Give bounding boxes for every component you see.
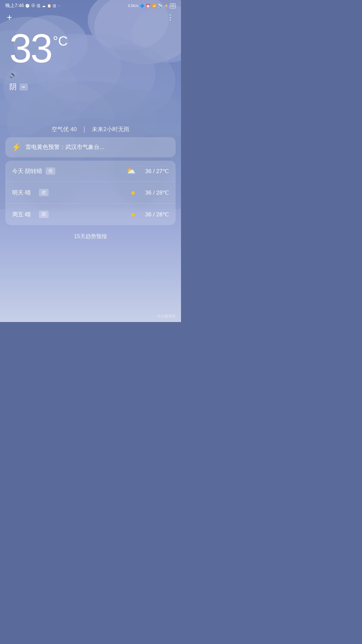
- add-location-button[interactable]: +: [7, 13, 12, 22]
- wifi-icon: 📡: [158, 4, 163, 8]
- forecast-temp-today: 36 / 27℃: [139, 168, 169, 175]
- dots-icon: ···: [58, 4, 61, 8]
- network-speed: 0.5K/s: [128, 4, 138, 8]
- forecast-day-tomorrow: 明天·晴: [12, 189, 36, 197]
- forecast-temp-friday: 36 / 28℃: [139, 211, 169, 218]
- signal-icon: 📶: [152, 4, 157, 8]
- status-left: 晚上7:46 🕐 ⦿ 值 ☁ 📋 值 ···: [5, 3, 61, 9]
- aqi-badge-tomorrow: 优: [39, 189, 49, 196]
- alert-text: 雷电黄色预警：武汉市气象台...: [25, 143, 104, 151]
- forecast-day-friday: 周五·晴: [12, 211, 36, 218]
- edit-location-button[interactable]: ✏: [19, 84, 28, 91]
- forecast-row-today[interactable]: 今天·阴转晴 优 ⛅ 36 / 27℃: [5, 161, 176, 182]
- forecast-day-today: 今天·阴转晴: [12, 167, 42, 175]
- forecast-right-friday: ● 36 / 28℃: [131, 210, 169, 219]
- forecast-card: 今天·阴转晴 优 ⛅ 36 / 27℃ 明天·晴 优 ● 36 / 28℃ 周五…: [5, 161, 176, 225]
- status-time: 晚上7:46: [5, 3, 24, 9]
- info-divider: |: [83, 125, 85, 133]
- cards-container: ⚡ 雷电黄色预警：武汉市气象台... 今天·阴转晴 优 ⛅ 36 / 27℃ 明…: [0, 133, 181, 229]
- more-options-button[interactable]: ⋮: [167, 13, 174, 22]
- app-icons: 📋 值: [47, 3, 56, 8]
- air-quality: 空气优 40: [52, 125, 77, 133]
- temperature-number: 33: [9, 28, 51, 68]
- forecast-row-tomorrow[interactable]: 明天·晴 优 ● 36 / 28℃: [5, 182, 176, 204]
- partly-cloudy-icon: ⛅: [126, 167, 135, 175]
- forecast-left-tomorrow: 明天·晴 优: [12, 189, 131, 197]
- notification-icons: ⦿ 值: [31, 3, 40, 9]
- forecast-left-friday: 周五·晴 优: [12, 211, 131, 218]
- weather-description: 阴 ✏: [9, 82, 172, 92]
- forecast-left-today: 今天·阴转晴 优: [12, 167, 126, 175]
- weather-condition: 阴: [9, 82, 17, 92]
- forecast-temp-tomorrow: 36 / 28℃: [139, 189, 169, 196]
- sound-icon[interactable]: 🔊: [9, 71, 172, 78]
- status-right: 0.5K/s 🔷 ⏰ 📶 📡 ⚡ 45: [128, 3, 176, 8]
- temperature-display: 33 °C: [9, 28, 172, 68]
- forecast-row-friday[interactable]: 周五·晴 优 ● 36 / 28℃: [5, 204, 176, 225]
- charging-icon: ⚡: [164, 4, 169, 8]
- battery-indicator: 45: [170, 3, 176, 8]
- status-bar: 晚上7:46 🕐 ⦿ 值 ☁ 📋 值 ··· 0.5K/s 🔷 ⏰ 📶 📡 ⚡ …: [0, 0, 181, 10]
- aqi-badge-today: 优: [46, 167, 55, 175]
- temperature-section: 33 °C 🔊 阴 ✏: [0, 25, 181, 92]
- aqi-badge-friday: 优: [39, 211, 49, 218]
- rain-forecast: 未来2小时无雨: [92, 125, 129, 133]
- lightning-icon: ⚡: [11, 143, 21, 152]
- sunny-icon-friday: ●: [131, 210, 136, 219]
- alarm-icon: ⏰: [146, 4, 150, 8]
- trend-link[interactable]: 15天趋势预报: [0, 229, 181, 244]
- temperature-unit: °C: [53, 34, 68, 48]
- bluetooth-icon: 🔷: [140, 4, 144, 8]
- watermark: 什么值得买: [157, 314, 176, 319]
- info-bar: 空气优 40 | 未来2小时无雨: [0, 125, 181, 133]
- weather-status-icon: ☁: [42, 4, 46, 8]
- forecast-right-today: ⛅ 36 / 27℃: [126, 167, 169, 175]
- sunny-icon-tomorrow: ●: [131, 188, 136, 197]
- forecast-right-tomorrow: ● 36 / 28℃: [131, 188, 169, 197]
- clock-icon: 🕐: [25, 4, 30, 8]
- alert-card[interactable]: ⚡ 雷电黄色预警：武汉市气象台...: [5, 137, 176, 157]
- top-controls: + ⋮: [0, 10, 181, 25]
- trend-link-text: 15天趋势预报: [74, 233, 107, 239]
